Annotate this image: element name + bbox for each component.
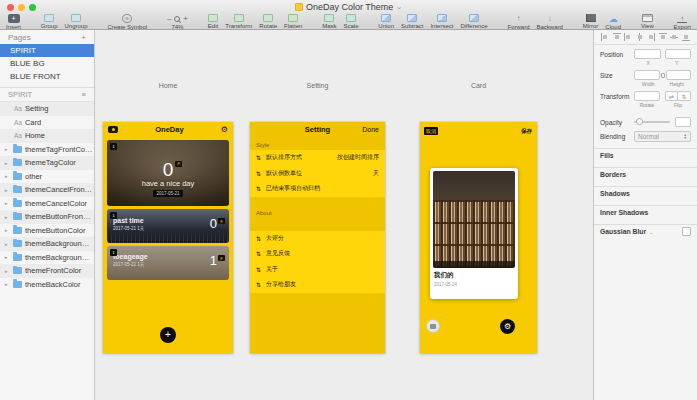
artboard-label-card[interactable]: Card	[420, 82, 537, 89]
align-bottom-icon[interactable]	[682, 33, 690, 41]
opacity-slider-knob[interactable]	[636, 118, 643, 125]
align-top-icon[interactable]	[659, 33, 667, 41]
disclosure-triangle-icon[interactable]: ▸	[5, 254, 10, 260]
toolbar-button-flatten[interactable]: Flatten	[284, 14, 302, 29]
toolbar-button-transform[interactable]: Transform	[225, 14, 252, 29]
section-shadows[interactable]: Shadows	[594, 186, 697, 199]
align-right-icon[interactable]	[647, 33, 655, 41]
setting-row[interactable]: ⇅去评分	[250, 231, 385, 247]
page-item-blue-bg[interactable]: BLUE BG	[0, 57, 94, 70]
photo-picker-button[interactable]	[426, 319, 440, 333]
distribute-vertically-icon[interactable]	[613, 33, 621, 41]
toolbar-button-group[interactable]: Group	[41, 14, 58, 29]
group-item[interactable]: ▸themeTagColor	[0, 156, 94, 170]
group-item[interactable]: ▸themeBackgroun…	[0, 251, 94, 265]
setting-row[interactable]: ⇅默认倒数单位天	[250, 166, 385, 182]
setting-row[interactable]: ⇅默认排序方式按创建时间排序	[250, 150, 385, 166]
group-item[interactable]: ▸themeBackColor	[0, 278, 94, 292]
disclosure-triangle-icon[interactable]: ▸	[5, 200, 10, 206]
toolbar-button-union[interactable]: Union	[378, 14, 394, 29]
page-item-spirit[interactable]: SPIRIT	[0, 44, 94, 57]
toolbar-button-mirror[interactable]: Mirror	[583, 14, 599, 30]
section-inner-shadows[interactable]: Inner Shadows	[594, 205, 697, 218]
y-field[interactable]	[665, 49, 692, 59]
disclosure-triangle-icon[interactable]: ▸	[5, 146, 10, 152]
disclosure-triangle-icon[interactable]: ▸	[5, 241, 10, 247]
width-field[interactable]	[634, 70, 660, 80]
setting-row[interactable]: ⇅关于	[250, 262, 385, 278]
x-field[interactable]	[634, 49, 661, 59]
page-item-blue-front[interactable]: BLUE FRONT	[0, 70, 94, 83]
window-titlebar[interactable]: OneDay Color Theme ⌄	[0, 0, 697, 13]
section-gaussian-blur[interactable]: Gaussian Blur ⌄	[594, 224, 697, 237]
lock-proportions-icon[interactable]	[660, 73, 666, 78]
toolbar-button-edit[interactable]: Edit	[208, 14, 218, 29]
section-borders[interactable]: Borders	[594, 167, 697, 180]
opacity-field[interactable]	[675, 117, 691, 127]
zoom-out-icon[interactable]: –	[167, 14, 171, 23]
toolbar-button-intersect[interactable]: Intersect	[430, 14, 453, 29]
align-left-icon[interactable]	[624, 33, 632, 41]
disclosure-triangle-icon[interactable]: ▸	[5, 173, 10, 179]
group-item[interactable]: ▸other	[0, 170, 94, 184]
toolbar-button-zoom[interactable]: –+74%	[167, 14, 188, 30]
height-field[interactable]	[666, 70, 692, 80]
countdown-card[interactable]: 1 foeageage 2017-05-22 1天 1天	[107, 246, 229, 280]
share-settings-button[interactable]: ⚙	[500, 319, 515, 334]
group-item[interactable]: ▸themeBackgroun…	[0, 237, 94, 251]
align-middle-icon[interactable]	[670, 33, 678, 41]
group-item[interactable]: ▸themeCancelColor	[0, 197, 94, 211]
artboard-label-home[interactable]: Home	[103, 82, 233, 89]
disclosure-triangle-icon[interactable]: ▸	[5, 214, 10, 220]
add-page-button[interactable]: +	[81, 33, 86, 42]
setting-row[interactable]: ⇅意见反馈	[250, 246, 385, 262]
disclosure-triangle-icon[interactable]: ▸	[5, 160, 10, 166]
add-countdown-button[interactable]: +	[160, 327, 176, 343]
toolbar-button-insert[interactable]: +Insert	[6, 14, 21, 30]
chevron-down-icon[interactable]: ⌄	[396, 3, 402, 11]
toolbar-button-cloud[interactable]: ☁Cloud	[605, 14, 621, 30]
toolbar-button-forward[interactable]: ↑Forward	[508, 14, 530, 30]
toolbar-button-subtract[interactable]: Subtract	[401, 14, 423, 29]
blending-select[interactable]: Normal ▲▼	[634, 131, 691, 142]
rotate-field[interactable]	[634, 91, 660, 101]
disclosure-triangle-icon[interactable]: ▸	[5, 227, 10, 233]
artboard-home[interactable]: OneDay ⚙ 1 0天 have a nice day 2017-05-21…	[103, 122, 233, 353]
disclosure-triangle-icon[interactable]: ▸	[5, 281, 10, 287]
section-fills[interactable]: Fills	[594, 148, 697, 161]
disclosure-triangle-icon[interactable]: ▸	[5, 187, 10, 193]
toolbar-button-view[interactable]: View	[641, 14, 654, 29]
group-item[interactable]: ▸themeButtonColor	[0, 224, 94, 238]
toolbar-button-rotate[interactable]: Rotate	[259, 14, 277, 29]
group-item[interactable]: ▸themeButtonFron…	[0, 210, 94, 224]
done-button[interactable]: Done	[362, 126, 379, 133]
opacity-slider[interactable]	[634, 121, 670, 123]
gaussian-blur-checkbox[interactable]	[682, 227, 691, 236]
list-options-icon[interactable]: ≡	[82, 90, 86, 99]
align-center-icon[interactable]	[636, 33, 644, 41]
distribute-horizontally-icon[interactable]	[601, 33, 609, 41]
flip-horizontal-button[interactable]: ⇄	[665, 91, 678, 101]
countdown-card[interactable]: 1 0天 have a nice day 2017-05-21	[107, 140, 229, 206]
canvas[interactable]: Home Setting Card OneDay ⚙ 1 0天 have a n…	[95, 30, 593, 400]
camera-icon[interactable]	[108, 126, 118, 133]
zoom-in-icon[interactable]: +	[183, 14, 188, 23]
disclosure-triangle-icon[interactable]: ▸	[5, 268, 10, 274]
gear-icon[interactable]: ⚙	[221, 126, 228, 134]
toolbar-button-ungroup[interactable]: Ungroup	[65, 14, 88, 29]
countdown-card[interactable]: 1 past time 2017-05-21 1天 0天	[107, 209, 229, 243]
layer-item-card[interactable]: AaCard	[0, 116, 94, 130]
artboard-setting[interactable]: Setting Done Style ⇅默认排序方式按创建时间排序⇅默认倒数单位…	[250, 122, 385, 353]
toolbar-button-mask[interactable]: Mask	[322, 14, 336, 29]
group-item[interactable]: ▸themeFrontColor	[0, 264, 94, 278]
layer-item-setting[interactable]: AaSetting	[0, 102, 94, 116]
group-item[interactable]: ▸themeCancelFron…	[0, 183, 94, 197]
toolbar-button-export[interactable]: ↑Export	[674, 14, 691, 30]
toolbar-button-backward[interactable]: ↓Backward	[537, 14, 563, 30]
save-button[interactable]: 保存	[521, 128, 532, 135]
setting-row[interactable]: ⇅已结束事项自动归档	[250, 181, 385, 197]
layer-item-home[interactable]: AaHome	[0, 129, 94, 143]
toolbar-button-scale[interactable]: Scale	[344, 14, 359, 29]
flip-vertical-button[interactable]: ⇅	[678, 91, 691, 101]
toolbar-button-create-symbol[interactable]: Create Symbol	[107, 14, 147, 30]
